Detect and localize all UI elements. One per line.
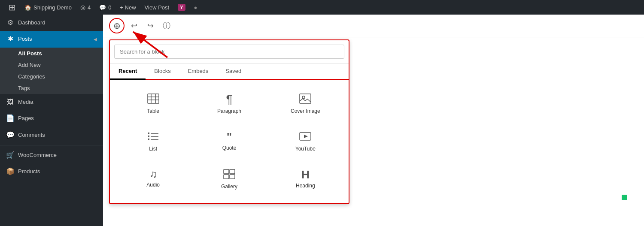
editor-toolbar: ⊕ ↩ ↪ ⓘ bbox=[103, 15, 644, 37]
new-content-button[interactable]: + New bbox=[116, 0, 139, 15]
inserter-tabs: Recent Blocks Embeds Saved bbox=[110, 63, 349, 80]
pages-icon: 📄 bbox=[6, 114, 15, 123]
cover-image-icon bbox=[299, 93, 311, 105]
sidebar-item-woocommerce[interactable]: 🛒 WooCommerce bbox=[0, 147, 103, 163]
table-icon bbox=[147, 93, 159, 105]
heading-icon: H bbox=[301, 169, 310, 180]
revisions-button[interactable]: ◎ 4 bbox=[77, 0, 94, 15]
undo-button[interactable]: ↩ bbox=[127, 19, 141, 33]
circle-button[interactable]: ● bbox=[191, 0, 201, 15]
sidebar-item-dashboard[interactable]: ⚙ Dashboard bbox=[0, 15, 103, 31]
media-icon: 🖼 bbox=[6, 97, 15, 107]
add-block-button[interactable]: ⊕ bbox=[109, 18, 125, 33]
youtube-label: YouTube bbox=[295, 146, 316, 152]
redo-button[interactable]: ↪ bbox=[143, 19, 157, 33]
view-post-label: View Post bbox=[145, 4, 170, 11]
admin-bar: ⊞ 🏠 Shipping Demo ◎ 4 💬 0 + New View Pos… bbox=[0, 0, 644, 15]
media-label: Media bbox=[18, 98, 33, 106]
view-post-button[interactable]: View Post bbox=[141, 0, 173, 15]
status-circle-icon: ● bbox=[194, 4, 197, 11]
comments-icon: 💬 bbox=[6, 130, 15, 140]
tab-embeds[interactable]: Embeds bbox=[179, 63, 217, 80]
site-name-label: Shipping Demo bbox=[33, 4, 72, 11]
heading-label: Heading bbox=[296, 183, 315, 189]
sidebar-divider bbox=[0, 145, 103, 145]
block-audio[interactable]: ♫ Audio bbox=[117, 162, 189, 196]
svg-rect-6 bbox=[300, 94, 311, 103]
posts-submenu: All Posts Add New Categories Tags bbox=[0, 48, 103, 94]
list-label: List bbox=[149, 146, 157, 152]
audio-icon: ♫ bbox=[149, 169, 157, 179]
info-button[interactable]: ⓘ bbox=[160, 19, 173, 33]
block-paragraph[interactable]: ¶ Paragraph bbox=[193, 87, 265, 121]
sidebar-item-pages[interactable]: 📄 Pages bbox=[0, 110, 103, 127]
sidebar-item-all-posts[interactable]: All Posts bbox=[0, 48, 103, 59]
sidebar-item-media[interactable]: 🖼 Media bbox=[0, 94, 103, 110]
tab-blocks[interactable]: Blocks bbox=[146, 63, 179, 80]
block-cover-image[interactable]: Cover Image bbox=[269, 87, 342, 121]
products-icon: 📦 bbox=[6, 167, 15, 176]
redo-icon: ↪ bbox=[147, 21, 154, 30]
home-icon: 🏠 bbox=[24, 4, 31, 11]
wp-logo-button[interactable]: ⊞ bbox=[5, 0, 19, 15]
gallery-label: Gallery bbox=[221, 184, 237, 190]
svg-rect-18 bbox=[224, 175, 229, 179]
cover-image-label: Cover Image bbox=[291, 108, 320, 114]
inserter-search-container bbox=[110, 40, 349, 63]
sidebar-item-comments[interactable]: 💬 Comments bbox=[0, 127, 103, 143]
svg-rect-16 bbox=[224, 169, 229, 174]
block-quote[interactable]: " Quote bbox=[193, 124, 265, 159]
quote-label: Quote bbox=[222, 145, 237, 151]
tab-recent[interactable]: Recent bbox=[110, 63, 146, 80]
revisions-icon: ◎ bbox=[80, 4, 85, 11]
svg-rect-13 bbox=[148, 139, 149, 140]
paragraph-label: Paragraph bbox=[217, 108, 241, 114]
list-icon bbox=[147, 131, 159, 143]
revisions-count: 4 bbox=[88, 4, 91, 11]
block-youtube[interactable]: YouTube bbox=[269, 124, 342, 159]
tab-saved[interactable]: Saved bbox=[217, 63, 250, 80]
woocommerce-label: WooCommerce bbox=[18, 151, 57, 159]
block-table[interactable]: Table bbox=[117, 87, 189, 121]
wp-logo-icon: ⊞ bbox=[9, 2, 16, 12]
add-block-icon: ⊕ bbox=[113, 21, 121, 31]
grammarly-indicator bbox=[622, 195, 627, 200]
products-label: Products bbox=[18, 168, 40, 175]
table-label: Table bbox=[147, 108, 159, 114]
yoast-button[interactable]: Y bbox=[174, 0, 188, 15]
posts-icon: ✱ bbox=[6, 34, 15, 44]
posts-arrow-icon: ◀ bbox=[94, 36, 97, 42]
comments-label: Comments bbox=[18, 131, 45, 139]
comments-button[interactable]: 💬 0 bbox=[96, 0, 115, 15]
site-name-button[interactable]: 🏠 Shipping Demo bbox=[21, 0, 75, 15]
sidebar-item-categories[interactable]: Categories bbox=[0, 71, 103, 82]
svg-rect-17 bbox=[230, 169, 235, 174]
dashboard-label: Dashboard bbox=[18, 19, 46, 27]
sidebar-item-tags[interactable]: Tags bbox=[0, 82, 103, 94]
main-content: ⊕ ↩ ↪ ⓘ bbox=[103, 15, 644, 226]
sidebar-item-posts[interactable]: ✱ Posts ◀ bbox=[0, 31, 103, 47]
new-label: + New bbox=[120, 4, 136, 11]
block-gallery[interactable]: Gallery bbox=[193, 162, 265, 196]
main-layout: ⚙ Dashboard ✱ Posts ◀ All Posts Add New … bbox=[0, 15, 644, 226]
quote-icon: " bbox=[227, 131, 232, 142]
paragraph-icon: ¶ bbox=[226, 93, 232, 105]
block-inserter-panel: Recent Blocks Embeds Saved bbox=[109, 39, 349, 204]
svg-rect-12 bbox=[148, 136, 149, 137]
gallery-icon bbox=[223, 169, 235, 181]
pages-label: Pages bbox=[18, 115, 34, 122]
add-new-label: Add New bbox=[18, 62, 41, 68]
sidebar-item-add-new[interactable]: Add New bbox=[0, 59, 103, 71]
audio-label: Audio bbox=[146, 182, 160, 188]
svg-rect-11 bbox=[148, 133, 149, 134]
block-list[interactable]: List bbox=[117, 124, 189, 159]
block-heading[interactable]: H Heading bbox=[269, 162, 342, 196]
comment-icon: 💬 bbox=[99, 4, 106, 11]
posts-label: Posts bbox=[18, 35, 32, 43]
dashboard-icon: ⚙ bbox=[6, 18, 15, 27]
svg-marker-15 bbox=[304, 135, 308, 138]
undo-icon: ↩ bbox=[131, 21, 137, 30]
sidebar-item-products[interactable]: 📦 Products bbox=[0, 163, 103, 180]
search-input[interactable] bbox=[114, 45, 344, 59]
categories-label: Categories bbox=[18, 73, 45, 80]
